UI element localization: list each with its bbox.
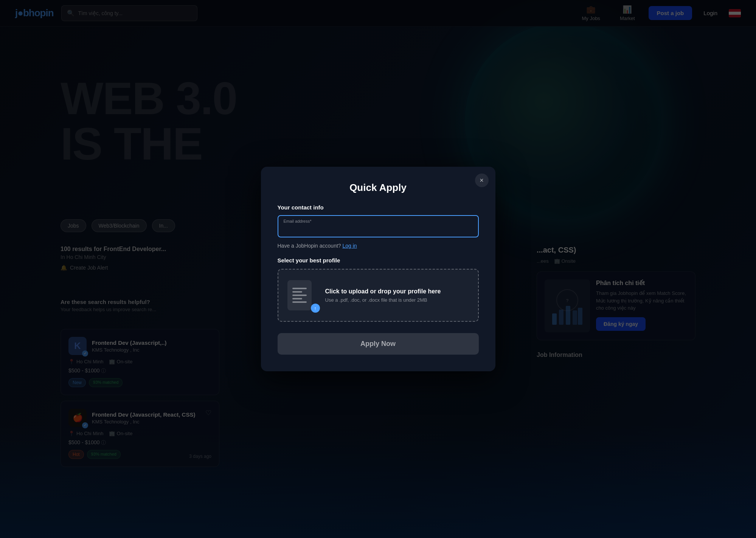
upload-icon-wrapper: ↑ [287,280,318,310]
document-icon [287,280,312,310]
email-input-wrapper: Email address* [278,215,479,237]
apply-now-button[interactable]: Apply Now [278,333,479,355]
login-prompt: Have a JobHopin account? Log in [278,243,479,249]
upload-text: Click to upload or drop your profile her… [325,288,469,303]
contact-section-label: Your contact info [278,204,479,211]
email-label: Email address* [280,217,477,223]
email-input[interactable] [280,223,477,236]
modal-title: Quick Apply [278,182,479,194]
select-profile-label: Select your best profile [278,257,479,264]
upload-sub-text: Use a .pdf, .doc, or .docx file that is … [325,297,469,303]
upload-arrow-icon: ↑ [311,304,320,313]
quick-apply-modal: × Quick Apply Your contact info Email ad… [261,167,495,371]
upload-main-text: Click to upload or drop your profile her… [325,288,469,295]
modal-overlay[interactable]: × Quick Apply Your contact info Email ad… [0,0,756,538]
upload-area[interactable]: ↑ Click to upload or drop your profile h… [278,269,479,322]
modal-close-button[interactable]: × [475,174,489,187]
login-link[interactable]: Log in [343,243,357,249]
